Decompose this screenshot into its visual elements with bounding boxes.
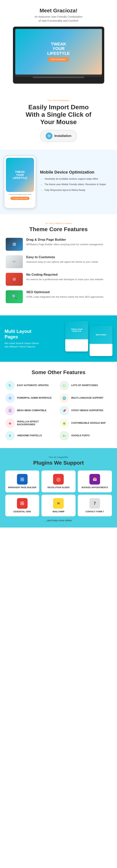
- multi-layout-desc: We create Several Unique Demos with Diff…: [5, 342, 42, 348]
- plugin-label-0: WPBAKERY PAGE BUILDER: [8, 486, 36, 489]
- laptop-mockup: TWEAK YOUR LIFESTYLE Free Consultation: [13, 27, 104, 84]
- plugin-card-4: ✉ MAILCHIMP: [41, 495, 76, 516]
- feature-grid-item-7: ◉ CUSTOMIZABLE GOOGLE MAP: [60, 418, 112, 428]
- feature-grid-item-8: A AWESOME FONTELLO: [5, 431, 58, 440]
- plugin-icon-2: 📅: [89, 474, 100, 485]
- feature-img-customize: ✏: [6, 255, 23, 268]
- feature-grid-icon-3: 🌐: [60, 393, 69, 403]
- laptop-tweak-text: TWEAK YOUR LIFESTYLE: [47, 42, 70, 56]
- feature-text-nocoding: No Coding Requried No need to be a profe…: [26, 273, 103, 281]
- preview-card-1: TWEAK YOUR LIFESTYLE: [65, 321, 88, 351]
- multi-layout-text: Multi Layout Pages We create Several Uni…: [5, 329, 42, 348]
- plugin-icon-0: ⊞: [17, 474, 28, 485]
- feature-img-drag: ⊞: [6, 238, 23, 251]
- plugin-icon-3: ⊞: [17, 498, 28, 509]
- features-grid: ↻ EASY AUTOMATIC UPDATES { } LOTS OF SHO…: [5, 381, 112, 440]
- feature-grid-item-3: 🌐 MULTI LANGUAGE SUPPORT: [60, 393, 112, 403]
- install-icon: ⚙: [46, 132, 53, 140]
- multi-layout-section: Multi Layout Pages We create Several Uni…: [0, 315, 117, 362]
- feature-grid-item-9: A+ GOOGLE FONTS: [60, 431, 112, 440]
- phone-choose-text: Choose a font type for your home: [7, 193, 33, 195]
- feature-grid-icon-2: ⚙: [5, 393, 15, 403]
- plugin-label-2: BOOKED APPOINTMENTS: [82, 486, 108, 489]
- multi-layout-preview: TWEAK YOUR LIFESTYLE MEGA MENU: [47, 321, 112, 356]
- feature-grid-item-6: ◈ PARALLAX EFFECT BACKGROUNDS: [5, 418, 58, 428]
- feature-title-drag: Drag & Drop Page Builder: [26, 238, 103, 242]
- mobile-feature-2: → The theme uses Mobile Friendly sliders…: [40, 183, 113, 187]
- core-features-section: For Easy Website Creation Theme Core Fea…: [0, 214, 117, 315]
- feature-desc-nocoding: No need to be a professional web develop…: [26, 278, 103, 281]
- mobile-feature-3: → Fully Responsive layout & Retina Ready: [40, 189, 113, 192]
- feature-text-seo: SEO Optimized HTML code integrated into …: [26, 290, 104, 299]
- feature-title-customize: Easy to Customize: [26, 255, 98, 259]
- feature-grid-label-4: MEGA MENU COMPATIBLE: [17, 409, 47, 412]
- feature-text-customize: Easy to Customize Awesome easy-to-use op…: [26, 255, 98, 264]
- arrow-icon-2: →: [40, 183, 43, 187]
- preview-card-2: MEGA MENU: [90, 326, 112, 356]
- phone-tweak-text: TWEAKYOURLIFESTYLE: [13, 170, 27, 180]
- feature-grid-icon-7: ◉: [60, 418, 69, 428]
- phone-cta: It's easy to start today!: [10, 197, 29, 200]
- install-button[interactable]: ⚙ Installation: [40, 130, 77, 142]
- feature-grid-label-0: EASY AUTOMATIC UPDATES: [17, 384, 49, 387]
- feature-grid-icon-6: ◈: [5, 418, 15, 428]
- laptop-screen: TWEAK YOUR LIFESTYLE Free Consultation: [15, 29, 102, 74]
- plugin-label-4: MAILCHIMP: [53, 510, 64, 513]
- feature-seo: 🔍 SEO Optimized HTML code integrated int…: [6, 290, 111, 303]
- other-features-section: Some Other Features ↻ EASY AUTOMATIC UPD…: [0, 362, 117, 448]
- meet-subtitle: An Awesome User-Friendly Combination of …: [4, 15, 113, 23]
- mobile-feature-1: → Absolutely all scrollable sections sup…: [40, 177, 113, 181]
- feature-grid-item-0: ↻ EASY AUTOMATIC UPDATES: [5, 381, 58, 390]
- multi-layout-heading: Multi Layout Pages: [5, 329, 42, 340]
- core-small-label: For Easy Website Creation: [6, 222, 111, 225]
- feature-grid-label-7: CUSTOMIZABLE GOOGLE MAP: [71, 422, 106, 425]
- feature-grid-item-2: ⚙ POWERFUL ADMIN INTERFACE: [5, 393, 58, 403]
- import-small-label: One Click Installation: [6, 99, 111, 102]
- feature-grid-icon-0: ↻: [5, 381, 15, 390]
- plugin-label-1: REVOLUTION SLIDER: [48, 486, 70, 489]
- feature-grid-label-1: LOTS OF SHORTCODES: [71, 384, 98, 387]
- core-heading: Theme Core Features: [6, 226, 111, 232]
- feature-title-nocoding: No Coding Requried: [26, 273, 103, 277]
- import-section: One Click Installation Easily Import Dem…: [0, 91, 117, 150]
- plugins-more: ...and many more others: [4, 519, 113, 522]
- feature-grid-icon-8: A: [5, 431, 15, 440]
- plugin-card-1: ◎ REVOLUTION SLIDER: [41, 470, 76, 492]
- plugins-section: Free & Compatible Plugins We Support ⊞ W…: [0, 448, 117, 528]
- phone-mockup: TWEAKYOURLIFESTYLE Choose a font type fo…: [4, 155, 36, 209]
- feature-grid-icon-5: 📌: [60, 406, 69, 415]
- mobile-feature-text-2: The theme uses Mobile Friendly sliders: …: [45, 183, 106, 186]
- feature-grid-item-5: 📌 STICKY MENUS SUPPORTED: [60, 406, 112, 415]
- import-heading: Easily Import Demo With a Single Click o…: [6, 103, 111, 126]
- feature-grid-icon-4: ☰: [5, 406, 15, 415]
- laptop-cta-btn: Free Consultation: [48, 57, 69, 62]
- feature-text-drag: Drag & Drop Page Builder WPBakery Page B…: [26, 238, 103, 246]
- feature-title-seo: SEO Optimized: [26, 290, 104, 294]
- feature-grid-icon-9: A+: [60, 431, 69, 440]
- plugin-card-3: ⊞ ESSENTIAL GRID: [5, 495, 39, 516]
- plugin-card-2: 📅 BOOKED APPOINTMENTS: [78, 470, 112, 492]
- mobile-feature-text-3: Fully Responsive layout & Retina Ready: [45, 189, 85, 192]
- feature-desc-drag: WPBakery Page Builder offers amazing too…: [26, 243, 103, 246]
- feature-grid-label-8: AWESOME FONTELLO: [17, 434, 42, 437]
- plugins-grid: ⊞ WPBAKERY PAGE BUILDER ◎ REVOLUTION SLI…: [5, 470, 112, 516]
- arrow-icon-1: →: [40, 177, 43, 181]
- feature-grid-label-2: POWERFUL ADMIN INTERFACE: [17, 397, 52, 400]
- feature-grid-label-9: GOOGLE FONTS: [71, 434, 90, 437]
- feature-grid-label-3: MULTI LANGUAGE SUPPORT: [71, 397, 104, 400]
- plugin-card-0: ⊞ WPBAKERY PAGE BUILDER: [5, 470, 39, 492]
- feature-customize: ✏ Easy to Customize Awesome easy-to-use …: [6, 255, 111, 268]
- plugin-icon-4: ✉: [53, 498, 64, 509]
- plugin-icon-5: 7: [89, 498, 100, 509]
- meet-title: Meet Gracioza!: [4, 8, 113, 14]
- feature-desc-customize: Awesome easy-to-use options will adjust …: [26, 260, 98, 264]
- laptop-screen-content: TWEAK YOUR LIFESTYLE Free Consultation: [47, 42, 70, 62]
- plugin-label-3: ESSENTIAL GRID: [13, 510, 31, 513]
- mobile-feature-text-1: Absolutely all scrollable sections suppo…: [45, 177, 98, 181]
- plugins-small-label: Free & Compatible: [4, 456, 113, 459]
- mobile-section: TWEAKYOURLIFESTYLE Choose a font type fo…: [0, 150, 117, 214]
- meet-section: Meet Gracioza! An Awesome User-Friendly …: [0, 0, 117, 91]
- other-features-heading: Some Other Features: [4, 369, 113, 375]
- feature-img-nocoding: ⊘: [6, 273, 23, 286]
- feature-nocoding: ⊘ No Coding Requried No need to be a pro…: [6, 273, 111, 286]
